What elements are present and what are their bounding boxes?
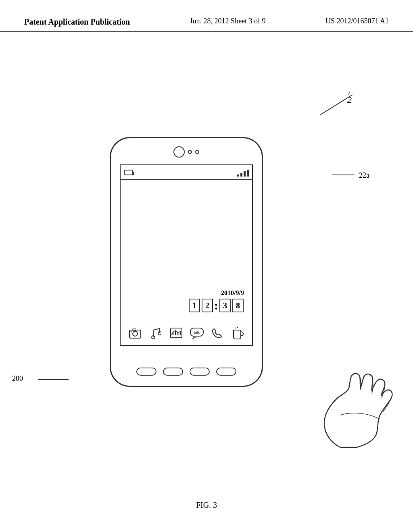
phone-call-icon[interactable] [209, 325, 225, 341]
ref-200-arrow [38, 379, 71, 380]
datetime-display: 2010/9/9 1 2 : 3 8 [188, 289, 244, 313]
svg-point-3 [133, 331, 138, 336]
signal-bar-4 [247, 170, 249, 177]
talk-icon[interactable]: talk [189, 325, 205, 341]
patent-number: US 2012/0165071 A1 [325, 16, 389, 26]
signal-bar-1 [237, 175, 239, 177]
bottom-btn-2[interactable] [163, 368, 183, 376]
signal-bar-2 [240, 173, 242, 177]
status-bar [121, 165, 252, 180]
bottom-btn-3[interactable] [190, 368, 210, 376]
bottom-btn-4[interactable] [216, 368, 236, 376]
phone-device: 2010/9/9 1 2 : 3 8 [77, 117, 311, 419]
battery-icon [124, 170, 133, 175]
digit-3: 3 [219, 299, 231, 312]
svg-line-0 [320, 95, 353, 115]
phone-screen[interactable]: 2010/9/9 1 2 : 3 8 [120, 164, 253, 346]
digit-2: 2 [202, 299, 213, 312]
ref-22a-arrow [332, 174, 357, 176]
ref-22a-label: 22a [359, 171, 369, 180]
phone-body: 2010/9/9 1 2 : 3 8 [110, 137, 263, 387]
phone-top-area [173, 146, 199, 158]
time-colon: : [214, 299, 218, 312]
digit-1: 1 [189, 299, 200, 312]
ref-2-arrow: / [308, 91, 357, 123]
app-dock: talk [121, 321, 252, 345]
signal-bar-3 [244, 171, 246, 177]
mug-icon[interactable] [230, 325, 246, 341]
page-header: Patent Application Publication Jun. 28, … [0, 16, 413, 32]
date-display: 2010/9/9 [188, 289, 244, 297]
chart-icon[interactable] [168, 325, 184, 341]
bottom-buttons [136, 368, 236, 376]
camera-dot-2 [195, 150, 199, 154]
publication-label: Patent Application Publication [24, 16, 130, 27]
speaker [173, 146, 185, 158]
figure-caption: FIG. 3 [0, 501, 413, 510]
bottom-btn-1[interactable] [136, 368, 156, 376]
camera-dot-1 [188, 150, 192, 154]
sheet-info: Jun. 28, 2012 Sheet 3 of 9 [190, 16, 266, 26]
camera-icon[interactable] [127, 325, 143, 341]
svg-point-5 [130, 331, 131, 332]
signal-bars [237, 168, 249, 177]
music-icon[interactable] [148, 325, 164, 341]
screen-content: 2010/9/9 1 2 : 3 8 [121, 180, 252, 321]
ref-200-label: 200 [12, 374, 23, 383]
figure-area: 2 / [0, 52, 413, 484]
time-display: 1 2 : 3 8 [188, 298, 244, 313]
svg-text:talk: talk [194, 330, 200, 335]
digit-4: 8 [232, 299, 244, 312]
hand-illustration [316, 359, 397, 451]
